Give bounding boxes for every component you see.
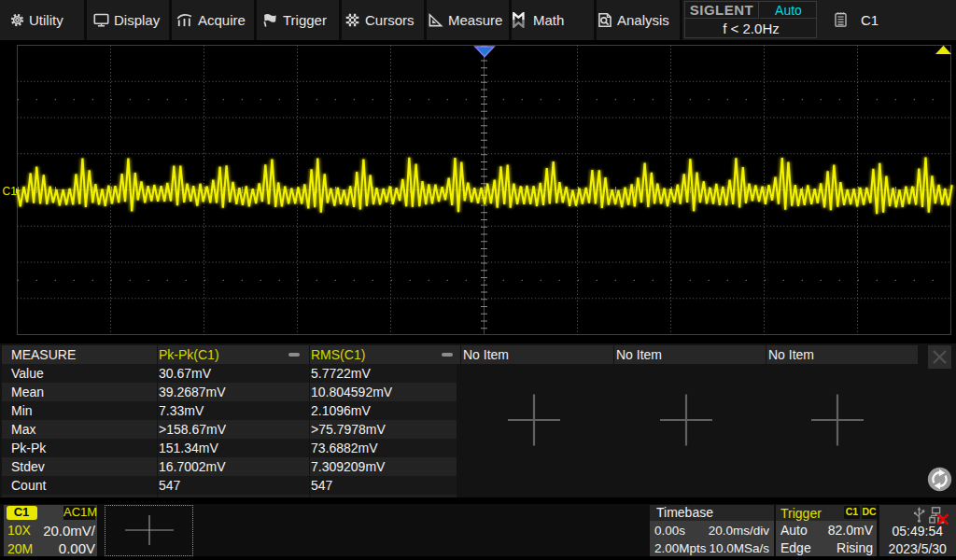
svg-text:C1: C1 bbox=[3, 185, 18, 198]
